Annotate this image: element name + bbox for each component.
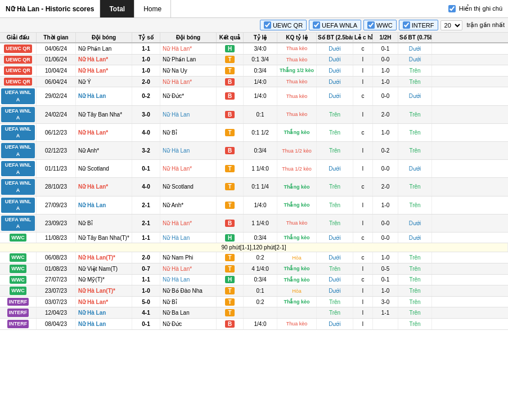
table-row[interactable]: WWC01/08/23Nữ Việt Nam(T)0-7Nữ Hà Lan*T4…	[0, 263, 508, 275]
cell-result: T	[217, 252, 244, 263]
cell-date: 23/07/23	[37, 285, 76, 296]
cell-date: 06/04/24	[37, 77, 76, 87]
table-row[interactable]: WWC06/08/23Nữ Hà Lan(T)*2-0Nữ Nam PhiT0:…	[0, 252, 508, 263]
table-row[interactable]: UEFA WNL A23/09/23Nữ Bỉ2-1Nữ Hà Lan*B1 1…	[0, 215, 508, 233]
cell-team1: Nữ Mỹ(T)*	[76, 275, 132, 285]
cell-sbt25: Dưới	[317, 252, 353, 263]
show-notes-checkbox[interactable]	[448, 5, 456, 12]
cell-sbt075: Trên	[398, 77, 432, 87]
cell-score: 1-1	[132, 233, 160, 243]
show-notes-label[interactable]: Hiển thị ghi chú	[459, 5, 502, 12]
cell-league: WWC	[0, 263, 37, 274]
cell-result: B	[217, 215, 244, 232]
col-team2: Đội bóng	[160, 33, 217, 42]
cell-team1: Nữ Hà Lan*	[76, 65, 132, 76]
cell-le-chan: I	[353, 142, 373, 159]
cell-kq-ratio	[277, 307, 317, 318]
cell-team1: Nữ Hà Lan	[76, 87, 132, 105]
col-sbt075: Số BT (0.75bàn)	[398, 33, 432, 42]
table-row[interactable]: UEFA WNL A29/02/24Nữ Hà Lan0-2Nữ Đức*B1/…	[0, 87, 508, 105]
cell-score: 1-1	[132, 275, 160, 285]
cell-sbt25: Trên	[317, 106, 353, 123]
cell-score: 0-7	[132, 263, 160, 274]
cell-date: 24/02/24	[37, 106, 76, 123]
cell-half: 0-1	[373, 43, 398, 54]
table-row[interactable]: INTERF03/07/23Nữ Hà Lan*5-0Nữ BỉT0:2Thắn…	[0, 297, 508, 308]
table-row[interactable]: UEWC QR06/04/24Nữ Ý2-0Nữ Hà Lan*B1/4:0Th…	[0, 77, 508, 88]
cell-date: 27/07/23	[37, 275, 76, 285]
cell-sbt25: Dưới	[317, 87, 353, 105]
filter-uewcqr[interactable]: UEWC QR	[260, 20, 307, 30]
filter-wwc[interactable]: WWC	[363, 20, 397, 30]
cell-le-chan: I	[353, 160, 373, 177]
filter-wnla[interactable]: UEFA WNLA	[309, 20, 361, 30]
cell-sbt25: Dưới	[317, 55, 353, 65]
cell-date: 10/04/24	[37, 65, 76, 76]
cell-half: 1-0	[373, 124, 398, 141]
note-row: 90 phút[1-1],120 phút[2-1]	[0, 243, 508, 252]
cell-league: UEFA WNL A	[0, 160, 37, 177]
cell-sbt25: Dưới	[317, 65, 353, 76]
col-lechan: Lẻ c hẵn	[353, 33, 373, 42]
cell-team2: Nữ Bồ Đào Nha	[160, 285, 217, 296]
table-row[interactable]: UEWC QR04/06/24Nữ Phần Lan1-1Nữ Hà Lan*H…	[0, 43, 508, 55]
table-row[interactable]: UEFA WNL A24/02/24Nữ Tây Ban Nha*3-0Nữ H…	[0, 106, 508, 124]
table-row[interactable]: UEFA WNL A01/11/23Nữ Scotland0-1Nữ Hà La…	[0, 160, 508, 178]
cell-le-chan: c	[353, 43, 373, 54]
cell-le-chan: I	[353, 55, 373, 65]
table-row[interactable]: UEWC QR01/06/24Nữ Hà Lan*1-0Nữ Phần LanT…	[0, 55, 508, 66]
cell-sbt075: Dưới	[398, 233, 432, 243]
count-select[interactable]: 20 10 30	[440, 20, 462, 30]
table-row[interactable]: INTERF08/04/23Nữ Hà Lan0-1Nữ ĐứcB1/4:0Th…	[0, 319, 508, 330]
cell-result: B	[217, 77, 244, 87]
cell-result: B	[217, 319, 244, 329]
cell-team1: Nữ Hà Lan(T)*	[76, 285, 132, 296]
table-row[interactable]: WWC23/07/23Nữ Hà Lan(T)*1-0Nữ Bồ Đào Nha…	[0, 285, 508, 297]
cell-sbt075: Trên	[398, 285, 432, 296]
cell-le-chan: c	[353, 124, 373, 141]
cell-league: UEFA WNL A	[0, 142, 37, 159]
cell-le-chan: I	[353, 319, 373, 329]
cell-sbt075: Dưới	[398, 160, 432, 177]
table-row[interactable]: UEFA WNL A28/10/23Nữ Hà Lan*4-0Nữ Scotla…	[0, 178, 508, 196]
cell-score: 1-0	[132, 55, 160, 65]
table-row[interactable]: WWC27/07/23Nữ Mỹ(T)*1-1Nữ Hà LanH0:3/4Th…	[0, 275, 508, 286]
col-league: Giải đấu	[0, 33, 37, 42]
cell-team2: Nữ Đức*	[160, 87, 217, 105]
filter-interf[interactable]: INTERF	[399, 20, 438, 30]
cell-date: 06/08/23	[37, 252, 76, 263]
cell-team1: Nữ Ý	[76, 77, 132, 87]
cell-le-chan: I	[353, 263, 373, 274]
tab-total[interactable]: Total	[100, 0, 134, 17]
cell-sbt075: Trên	[398, 252, 432, 263]
cell-sbt25: Trên	[317, 124, 353, 141]
cell-sbt25: Dưới	[317, 43, 353, 54]
cell-result: B	[217, 142, 244, 159]
cell-date: 12/04/23	[37, 307, 76, 318]
cell-le-chan: I	[353, 106, 373, 123]
cell-team1: Nữ Hà Lan	[76, 196, 132, 214]
cell-sbt25: Dưới	[317, 77, 353, 87]
cell-half: 1-0	[373, 77, 398, 87]
cell-sbt25: Dưới	[317, 319, 353, 329]
table-row[interactable]: UEFA WNL A02/12/23Nữ Anh*3-2Nữ Hà LanB0:…	[0, 142, 508, 160]
cell-ratio: 0:1	[244, 285, 277, 296]
tab-home[interactable]: Home	[134, 0, 171, 17]
cell-sbt075: Trên	[398, 297, 432, 307]
table-row[interactable]: UEFA WNL A27/09/23Nữ Hà Lan2-1Nữ Anh*T1/…	[0, 196, 508, 215]
table-row[interactable]: UEWC QR10/04/24Nữ Hà Lan*1-0Nữ Na UyT0:3…	[0, 65, 508, 77]
cell-score: 1-1	[132, 43, 160, 54]
cell-date: 01/11/23	[37, 160, 76, 177]
table-row[interactable]: UEFA WNL A06/12/23Nữ Hà Lan*4-0Nữ BỉT0:1…	[0, 124, 508, 142]
cell-ratio: 1/4:0	[244, 319, 277, 329]
cell-league: UEFA WNL A	[0, 215, 37, 232]
table-row[interactable]: INTERF12/04/23Nữ Hà Lan4-1Nữ Ba LanTTrên…	[0, 307, 508, 319]
cell-ratio: 0:2	[244, 252, 277, 263]
cell-le-chan: I	[353, 196, 373, 214]
cell-ratio: 1 1/4:0	[244, 215, 277, 232]
cell-score: 3-0	[132, 106, 160, 123]
table-row[interactable]: WWC11/08/23Nữ Tây Ban Nha(T)*1-1Nữ Hà La…	[0, 233, 508, 244]
cell-half: 2-0	[373, 106, 398, 123]
col-result: Kết quả	[217, 33, 244, 42]
table-body: UEWC QR04/06/24Nữ Phần Lan1-1Nữ Hà Lan*H…	[0, 43, 508, 330]
